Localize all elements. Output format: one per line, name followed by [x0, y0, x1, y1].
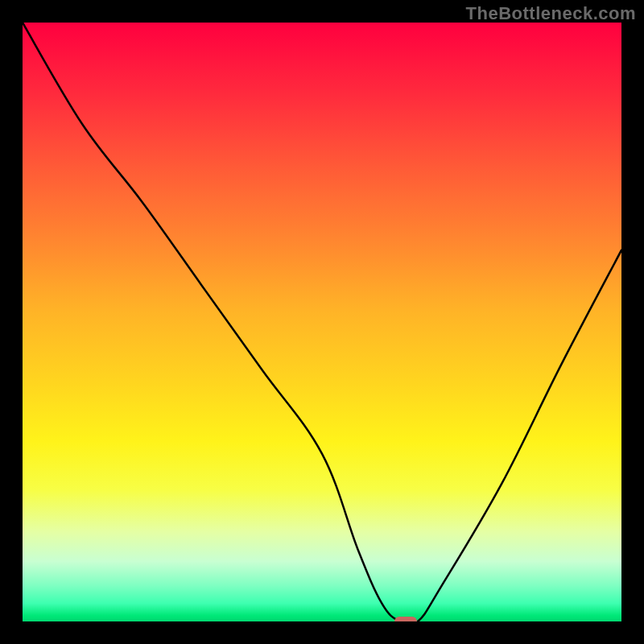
bottleneck-curve [23, 23, 621, 621]
curve-path [23, 23, 621, 621]
frame-bottom [0, 621, 644, 644]
watermark-text: TheBottleneck.com [466, 3, 636, 24]
chart-container: TheBottleneck.com [0, 0, 644, 644]
plot-area [23, 23, 621, 621]
